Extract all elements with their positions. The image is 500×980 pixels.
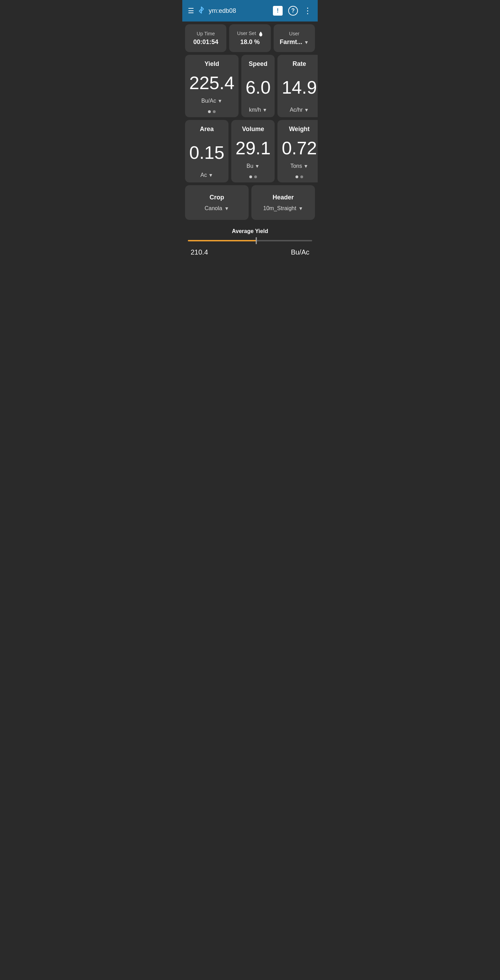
yield-card[interactable]: Yield 225.4 Bu/Ac ▼ [185, 55, 238, 117]
area-card[interactable]: Area 0.15 Ac ▼ [185, 120, 228, 182]
rate-title: Rate [281, 60, 317, 68]
top-bar-left: ☰ ym:edb08 [188, 6, 236, 16]
avg-yield-section: Average Yield 210.4 Bu/Ac [185, 223, 315, 259]
user-label: User [289, 31, 300, 37]
crop-value: Canola ▼ [204, 205, 229, 212]
user-dropdown-arrow: ▼ [304, 40, 309, 45]
volume-value: 29.1 [235, 139, 270, 157]
volume-dot-2 [254, 175, 257, 178]
progress-bar-thumb [256, 237, 257, 244]
crop-card[interactable]: Crop Canola ▼ [185, 185, 249, 220]
user-value: Farmt... ▼ [280, 38, 309, 46]
rate-card[interactable]: Rate 14.9 Ac/hr ▼ [278, 55, 318, 117]
speed-title: Speed [246, 60, 270, 68]
avg-yield-values: 210.4 Bu/Ac [188, 248, 312, 256]
more-icon[interactable]: ⋮ [304, 6, 312, 16]
area-title: Area [189, 126, 224, 133]
user-set-value: 18.0 % [240, 38, 260, 46]
volume-dot-1 [249, 175, 252, 178]
uptime-card: Up Time 00:01:54 [185, 24, 226, 52]
header-title: Header [273, 194, 294, 201]
area-unit-arrow: ▼ [208, 172, 213, 178]
area-unit[interactable]: Ac ▼ [200, 172, 213, 178]
user-card[interactable]: User Farmt... ▼ [274, 24, 315, 52]
header-card[interactable]: Header 10m_Straight ▼ [251, 185, 315, 220]
metrics-row-2: Area 0.15 Ac ▼ Volume 29.1 Bu ▼ Weight 0… [185, 120, 315, 182]
volume-unit[interactable]: Bu ▼ [246, 163, 259, 169]
rate-unit[interactable]: Ac/hr ▼ [289, 107, 309, 113]
volume-dots [249, 175, 257, 178]
weight-dots [296, 175, 303, 178]
device-name: ym:edb08 [209, 7, 236, 14]
speed-unit[interactable]: km/h ▼ [249, 107, 267, 113]
header-dropdown-arrow: ▼ [298, 206, 303, 211]
weight-unit-arrow: ▼ [304, 163, 308, 169]
rate-unit-arrow: ▼ [304, 107, 309, 113]
uptime-value: 00:01:54 [193, 38, 219, 46]
speed-card[interactable]: Speed 6.0 km/h ▼ [241, 55, 275, 117]
avg-yield-title: Average Yield [188, 228, 312, 234]
yield-value: 225.4 [189, 74, 234, 92]
crop-dropdown-arrow: ▼ [224, 206, 229, 211]
yield-unit[interactable]: Bu/Ac ▼ [201, 98, 222, 104]
rate-value: 14.9 [281, 78, 317, 96]
user-set-card[interactable]: User Set 18.0 % [229, 24, 270, 52]
volume-title: Volume [235, 126, 270, 133]
speed-unit-arrow: ▼ [262, 107, 267, 113]
weight-unit[interactable]: Tons ▼ [290, 163, 308, 169]
uptime-label: Up Time [197, 31, 215, 37]
main-content: Up Time 00:01:54 User Set 18.0 % User Fa… [182, 22, 318, 262]
status-row: Up Time 00:01:54 User Set 18.0 % User Fa… [185, 24, 315, 52]
weight-card[interactable]: Weight 0.72 Tons ▼ [278, 120, 318, 182]
avg-yield-progress-bar[interactable] [188, 240, 312, 241]
speed-value: 6.0 [246, 78, 270, 96]
weight-dot-2 [300, 175, 303, 178]
bottom-row: Crop Canola ▼ Header 10m_Straight ▼ [185, 185, 315, 220]
yield-title: Yield [189, 60, 234, 68]
top-bar-right: ! ? ⋮ [273, 6, 312, 16]
progress-bar-fill [188, 240, 256, 241]
help-icon[interactable]: ? [288, 6, 298, 16]
hamburger-icon[interactable]: ☰ [188, 6, 194, 15]
volume-unit-arrow: ▼ [255, 163, 260, 169]
weight-dot-1 [296, 175, 298, 178]
metrics-row-1: Yield 225.4 Bu/Ac ▼ Speed 6.0 km/h ▼ Rat… [185, 55, 315, 117]
header-value: 10m_Straight ▼ [263, 205, 303, 212]
yield-dot-2 [213, 110, 216, 113]
volume-card[interactable]: Volume 29.1 Bu ▼ [231, 120, 275, 182]
yield-dot-1 [208, 110, 211, 113]
yield-unit-arrow: ▼ [217, 98, 222, 104]
top-bar: ☰ ym:edb08 ! ? ⋮ [182, 0, 318, 22]
notification-icon[interactable]: ! [273, 6, 283, 16]
yield-dots [208, 110, 216, 113]
avg-yield-unit: Bu/Ac [291, 248, 309, 256]
crop-title: Crop [210, 194, 224, 201]
weight-title: Weight [281, 126, 317, 133]
area-value: 0.15 [189, 143, 224, 162]
bluetooth-icon [198, 6, 204, 16]
avg-yield-number: 210.4 [191, 248, 208, 256]
weight-value: 0.72 [281, 139, 317, 157]
user-set-label: User Set [237, 30, 263, 36]
